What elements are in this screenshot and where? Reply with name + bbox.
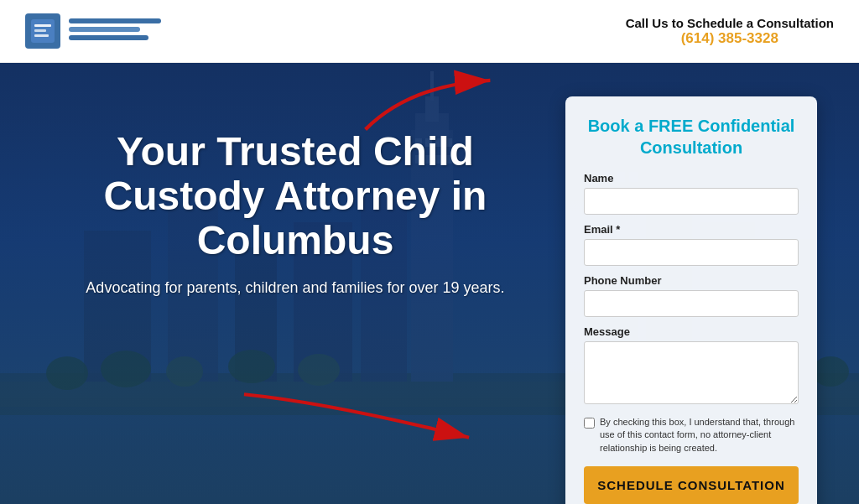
phone-input[interactable] xyxy=(584,290,799,317)
header-phone[interactable]: (614) 385-3328 xyxy=(626,30,834,47)
svg-rect-3 xyxy=(34,34,49,37)
disclaimer-text: By checking this box, I understand that,… xyxy=(600,416,799,455)
arrow-button xyxy=(218,374,495,458)
name-field-group: Name xyxy=(584,172,799,215)
svg-rect-1 xyxy=(34,24,51,27)
hero-section: Your Trusted Child Custody Attorney in C… xyxy=(0,63,859,504)
disclaimer-checkbox[interactable] xyxy=(584,418,595,429)
form-title: Book a FREE Confidential Consultation xyxy=(584,115,799,158)
hero-title: Your Trusted Child Custody Attorney in C… xyxy=(50,130,540,262)
message-label: Message xyxy=(584,325,799,338)
consultation-form-panel: Book a FREE Confidential Consultation Na… xyxy=(565,96,817,504)
hero-subtitle: Advocating for parents, children and fam… xyxy=(50,279,540,297)
arrow-phone xyxy=(336,67,520,138)
header-contact-area: Call Us to Schedule a Consultation (614)… xyxy=(626,16,834,47)
email-input[interactable] xyxy=(584,239,799,266)
message-input[interactable] xyxy=(584,341,799,404)
message-field-group: Message xyxy=(584,325,799,408)
schedule-consultation-button[interactable]: SCHEDULE CONSULTATION xyxy=(584,466,799,504)
name-label: Name xyxy=(584,172,799,184)
svg-rect-2 xyxy=(34,29,46,32)
email-field-group: Email * xyxy=(584,223,799,266)
name-input[interactable] xyxy=(584,188,799,215)
phone-field-group: Phone Number xyxy=(584,274,799,317)
phone-label: Phone Number xyxy=(584,274,799,287)
email-label: Email * xyxy=(584,223,799,236)
logo-icon xyxy=(25,13,60,49)
logo-area xyxy=(25,13,161,49)
logo-text-area xyxy=(69,18,161,44)
header: Call Us to Schedule a Consultation (614)… xyxy=(0,0,859,63)
disclaimer-row: By checking this box, I understand that,… xyxy=(584,416,799,455)
header-contact-label: Call Us to Schedule a Consultation xyxy=(626,16,834,30)
